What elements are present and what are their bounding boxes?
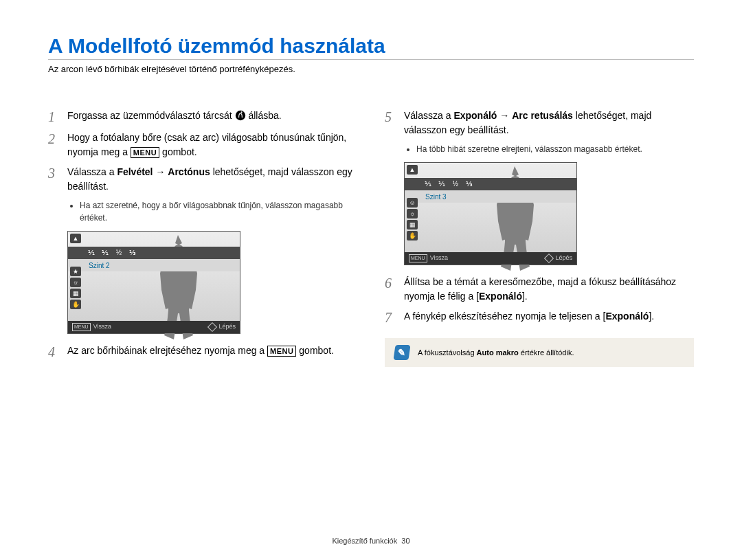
step-text: Állítsa be a témát a keresőmezőbe, majd … xyxy=(404,276,676,302)
level-icon: ½ xyxy=(113,248,124,258)
nav-icon xyxy=(207,322,217,332)
title-rule xyxy=(48,59,694,60)
back-label: Vissza xyxy=(430,254,448,263)
step-number: 3 xyxy=(48,165,60,194)
step-number: 2 xyxy=(48,131,60,159)
right-column: 5 Válassza a Exponáló → Arc retusálás le… xyxy=(385,109,694,367)
step-3-hint: Ha azt szeretné, hogy a bőr világosabbna… xyxy=(67,199,357,224)
shutter-label: Exponáló xyxy=(605,311,649,322)
osd-icon: ☺ xyxy=(407,198,418,208)
info-note: ✎ A fókusztávolság Auto makro értékre ál… xyxy=(385,338,694,367)
page-footer: Kiegészítő funkciók 30 xyxy=(0,537,742,545)
osd-icon: ✋ xyxy=(70,300,81,309)
selected-level-label: Szint 3 xyxy=(425,192,447,202)
hint-item: Ha több hibát szeretne elrejteni, válass… xyxy=(416,143,694,155)
level-icon: ½ xyxy=(450,179,461,189)
menu-button-label: MENU xyxy=(131,147,159,158)
note-text: értékre állítódik. xyxy=(519,348,574,357)
step-3: 3 Válassza a Felvétel → Arctónus lehetős… xyxy=(48,165,357,194)
step-number: 4 xyxy=(48,344,60,360)
menu-path-part: Arctónus xyxy=(168,166,210,177)
menu-path-part: Felvétel xyxy=(117,166,153,177)
step-text: Hogy a fotóalany bőre (csak az arc) vilá… xyxy=(67,132,346,157)
page-title: A Modellfotó üzemmód használata xyxy=(48,34,694,58)
camera-screen-right: ▲ x x ☺ ☼ ▦ ✋ ⅟₁ ⅟₁ ½ ⅓ xyxy=(404,162,577,265)
move-label: Lépés xyxy=(218,322,236,332)
shutter-label: Exponáló xyxy=(479,291,522,302)
step-number: 6 xyxy=(385,275,397,304)
info-icon: ✎ xyxy=(393,345,410,360)
hint-item: Ha azt szeretné, hogy a bőr világosabbna… xyxy=(80,199,357,224)
menu-icon: MENU xyxy=(72,323,91,332)
step-text: ]. xyxy=(649,311,654,322)
left-column: 1 Forgassa az üzemmódválasztó tárcsát ál… xyxy=(48,109,357,367)
note-bold: Auto makro xyxy=(477,348,519,357)
osd-icon: ☼ xyxy=(70,278,81,287)
step-number: 1 xyxy=(48,109,60,125)
osd-icon: ▦ xyxy=(70,289,81,298)
osd-icon: ▦ xyxy=(407,220,418,229)
back-label: Vissza xyxy=(93,322,111,332)
step-text: ]. xyxy=(522,291,528,302)
osd-icon: ★ xyxy=(70,267,81,276)
svg-point-1 xyxy=(240,111,242,113)
footer-section: Kiegészítő funkciók xyxy=(332,537,397,545)
step-7: 7 A fénykép elkészítéséhez nyomja le tel… xyxy=(385,309,694,326)
step-number: 7 xyxy=(385,309,397,326)
arrow: → xyxy=(153,166,168,177)
menu-icon: MENU xyxy=(409,254,427,263)
camera-screen-left: ▲ x x ★ ☼ ▦ ✋ ⅟₁ ⅟₁ ½ ⅓ xyxy=(67,231,240,334)
step-text: Válassza a xyxy=(404,110,453,121)
note-text: A fókusztávolság xyxy=(418,348,477,357)
menu-button-label: MENU xyxy=(267,346,296,357)
step-number: 5 xyxy=(385,109,397,137)
arrow: → xyxy=(497,110,512,121)
step-text: A fénykép elkészítéséhez nyomja le telje… xyxy=(404,311,605,322)
mode-dial-icon xyxy=(235,110,246,121)
step-5: 5 Válassza a Exponáló → Arc retusálás le… xyxy=(385,109,694,137)
step-text: Forgassa az üzemmódválasztó tárcsát xyxy=(67,110,235,121)
step-text: gombot. xyxy=(162,146,197,157)
osd-icon: ▲ xyxy=(70,234,81,243)
step-2: 2 Hogy a fotóalany bőre (csak az arc) vi… xyxy=(48,131,357,159)
nav-icon xyxy=(544,254,554,263)
step-text: Válassza a xyxy=(67,166,117,177)
menu-path-part: Exponáló xyxy=(453,110,497,121)
selected-level-label: Szint 2 xyxy=(89,260,110,271)
level-icon: ⅓ xyxy=(464,179,475,189)
level-icon: ⅓ xyxy=(127,248,138,258)
step-text: gombot. xyxy=(299,345,334,356)
osd-icon: ☼ xyxy=(407,209,418,219)
step-text: állásba. xyxy=(248,110,281,121)
footer-page: 30 xyxy=(401,537,409,545)
svg-point-0 xyxy=(235,111,245,120)
step-1: 1 Forgassa az üzemmódválasztó tárcsát ál… xyxy=(48,109,357,125)
menu-path-part: Arc retusálás xyxy=(512,110,573,121)
osd-icon: ✋ xyxy=(407,231,418,240)
step-5-hint: Ha több hibát szeretne elrejteni, válass… xyxy=(404,143,694,155)
move-label: Lépés xyxy=(555,254,572,263)
level-icon: ⅟₁ xyxy=(100,248,111,258)
osd-icon: ▲ xyxy=(407,165,418,175)
page-subtitle: Az arcon lévő bőrhibák elrejtésével tört… xyxy=(48,64,694,74)
level-icon: ⅟₁ xyxy=(436,179,447,189)
